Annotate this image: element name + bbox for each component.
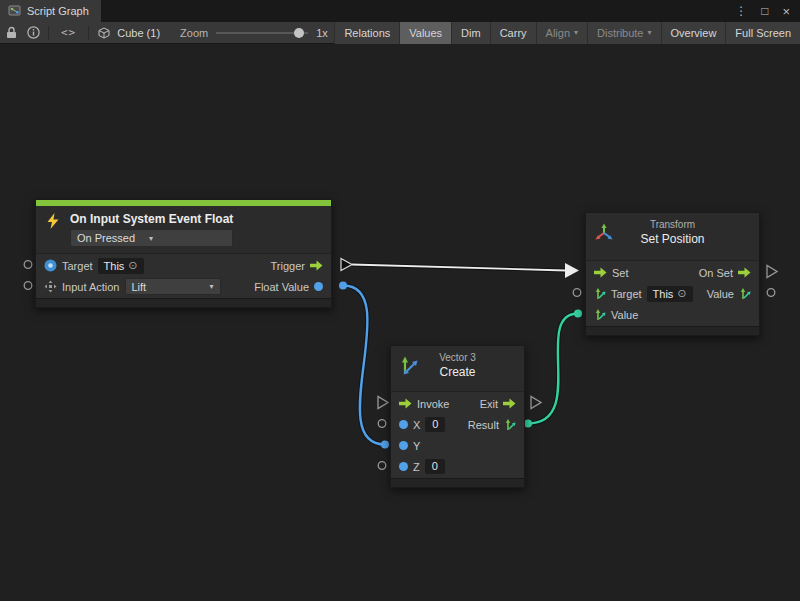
distribute-button[interactable]: Distribute ▾ xyxy=(587,22,660,44)
transform-icon xyxy=(594,223,614,243)
cube-icon xyxy=(93,22,115,44)
zoom-slider[interactable] xyxy=(216,22,308,44)
distribute-label: Distribute xyxy=(597,27,643,39)
node-footer xyxy=(391,478,524,487)
relations-button[interactable]: Relations xyxy=(334,22,399,44)
object-picker-icon[interactable]: ⊙ xyxy=(677,287,686,300)
y-port-label: Y xyxy=(413,440,420,452)
vector3-port-icon[interactable] xyxy=(594,309,606,321)
window-tab-bar: Script Graph ⋮ □ × xyxy=(0,0,800,22)
fullscreen-button[interactable]: Full Screen xyxy=(725,22,800,44)
node-title: Create xyxy=(439,365,475,379)
graph-toolbar: <> Cube (1) Zoom 1x Relations Values Dim… xyxy=(0,22,800,44)
chevron-down-icon: ▾ xyxy=(149,234,153,243)
x-value-field[interactable]: 0 xyxy=(425,417,445,432)
graph-canvas[interactable]: On Input System Event Float On Pressed ▾… xyxy=(0,44,800,601)
lightning-bolt-icon xyxy=(44,212,62,247)
setposition-onset-output-port[interactable] xyxy=(767,266,777,278)
port-row-invoke: Invoke Exit xyxy=(391,393,524,414)
control-arrow-icon[interactable] xyxy=(310,260,323,271)
carry-button[interactable]: Carry xyxy=(490,22,536,44)
chevron-down-icon: ▾ xyxy=(209,282,213,291)
setposition-value-input-port[interactable] xyxy=(574,310,582,318)
value-wire-result-to-value[interactable] xyxy=(524,310,582,428)
float-value-port-dot[interactable] xyxy=(314,282,323,291)
chevron-down-icon: ▾ xyxy=(574,28,578,37)
result-output-port[interactable] xyxy=(524,420,532,428)
z-port-dot[interactable] xyxy=(399,462,408,471)
dim-button[interactable]: Dim xyxy=(451,22,490,44)
control-arrow-icon[interactable] xyxy=(503,398,516,409)
onset-port-label: On Set xyxy=(699,267,733,279)
node-on-input-system-event-float[interactable]: On Input System Event Float On Pressed ▾… xyxy=(35,199,332,308)
node-type-label: Vector 3 xyxy=(439,352,476,363)
x-port-label: X xyxy=(413,419,420,431)
exit-port-label: Exit xyxy=(480,398,498,410)
value-output-label: Value xyxy=(707,288,734,300)
setposition-target-input-port[interactable] xyxy=(573,289,581,297)
toolbar-separator xyxy=(88,26,89,40)
node-vector3-create[interactable]: Vector 3 Create Invoke Exit X 0 xyxy=(390,345,525,488)
graph-target-label[interactable]: Cube (1) xyxy=(117,27,160,39)
zoom-label: Zoom xyxy=(180,27,208,39)
invoke-port-label: Invoke xyxy=(417,398,449,410)
port-row-target: Target This ⊙ Value xyxy=(586,283,759,304)
setposition-value-output-port[interactable] xyxy=(767,289,775,297)
node-transform-set-position[interactable]: Transform Set Position Set On Set xyxy=(585,212,760,336)
window-close-icon[interactable]: × xyxy=(782,5,790,18)
overview-button[interactable]: Overview xyxy=(661,22,726,44)
target-object-field[interactable]: This ⊙ xyxy=(647,286,693,302)
target-object-value: This xyxy=(653,288,674,300)
vector-exit-output-port[interactable] xyxy=(531,397,541,409)
lock-icon[interactable] xyxy=(0,22,22,44)
control-arrow-icon[interactable] xyxy=(594,267,607,278)
tab-script-graph[interactable]: Script Graph xyxy=(0,0,101,22)
vector-y-input-port[interactable] xyxy=(381,441,389,449)
script-graph-icon xyxy=(8,4,21,19)
x-port-dot[interactable] xyxy=(399,420,408,429)
input-action-port-label: Input Action xyxy=(62,281,120,293)
zoom-slider-knob[interactable] xyxy=(294,28,304,38)
values-button[interactable]: Values xyxy=(399,22,451,44)
result-port-label: Result xyxy=(468,419,499,431)
vector3-port-icon[interactable] xyxy=(504,419,516,431)
control-wire-trigger-to-set[interactable] xyxy=(341,259,579,279)
vector-invoke-input-port[interactable] xyxy=(378,397,388,409)
info-icon[interactable] xyxy=(22,22,44,44)
z-value-field[interactable]: 0 xyxy=(425,459,445,474)
event-target-input-port[interactable] xyxy=(24,261,32,269)
window-maximize-icon[interactable]: □ xyxy=(761,5,768,17)
port-row-set: Set On Set xyxy=(586,262,759,283)
node-footer xyxy=(586,326,759,335)
object-picker-icon[interactable]: ⊙ xyxy=(128,259,137,272)
port-row-y: Y xyxy=(391,435,524,456)
code-view-icon[interactable]: <> xyxy=(53,26,84,39)
target-port-label: Target xyxy=(62,260,93,272)
vector3-icon xyxy=(399,356,419,376)
toolbar-buttons: Relations Values Dim Carry Align ▾ Distr… xyxy=(334,22,800,44)
input-action-dropdown[interactable]: Lift ▾ xyxy=(125,278,221,295)
zoom-value: 1x xyxy=(316,27,328,39)
control-arrow-icon[interactable] xyxy=(399,398,412,409)
vector3-port-icon[interactable] xyxy=(739,288,751,300)
y-port-dot[interactable] xyxy=(399,441,408,450)
vector-x-input-port[interactable] xyxy=(378,420,386,428)
float-value-port-label: Float Value xyxy=(254,281,309,293)
align-button[interactable]: Align ▾ xyxy=(536,22,587,44)
event-mode-dropdown[interactable]: On Pressed ▾ xyxy=(70,229,233,247)
transform-port-icon[interactable] xyxy=(594,288,606,300)
vector-z-input-port[interactable] xyxy=(378,462,386,470)
target-object-field[interactable]: This ⊙ xyxy=(98,258,144,274)
port-row-x: X 0 Result xyxy=(391,414,524,435)
event-mode-value: On Pressed xyxy=(77,232,135,244)
tab-label: Script Graph xyxy=(27,5,89,17)
event-action-input-port[interactable] xyxy=(24,282,32,290)
wire-arrowhead-icon xyxy=(565,263,579,278)
trigger-output-port[interactable] xyxy=(341,259,352,271)
input-system-icon xyxy=(44,259,57,272)
control-arrow-icon[interactable] xyxy=(738,267,751,278)
float-value-output-port[interactable] xyxy=(339,282,347,290)
window-menu-icon[interactable]: ⋮ xyxy=(735,5,747,17)
node-title: On Input System Event Float xyxy=(70,212,233,226)
align-label: Align xyxy=(546,27,570,39)
